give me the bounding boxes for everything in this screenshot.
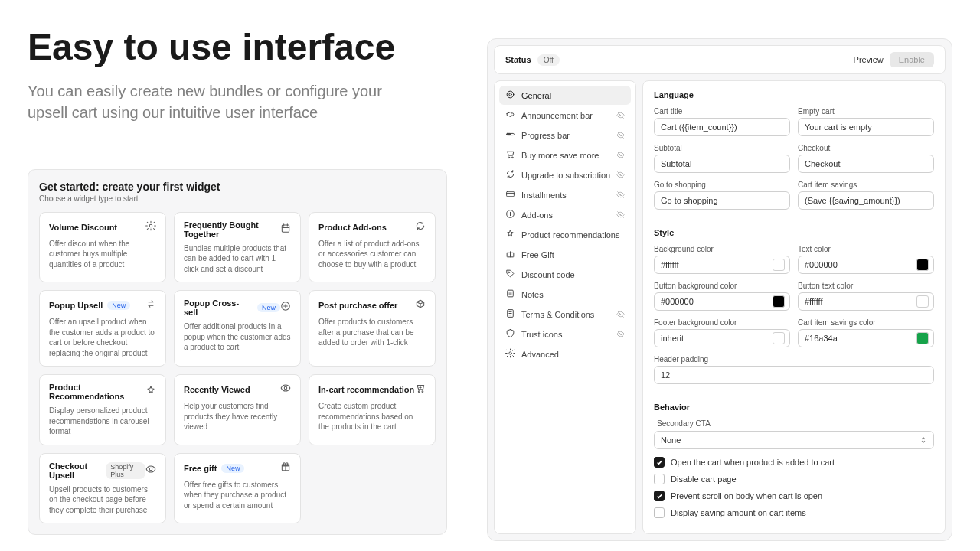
svg-point-3 bbox=[284, 387, 287, 390]
svg-rect-11 bbox=[507, 133, 511, 135]
svg-point-20 bbox=[509, 352, 511, 354]
widget-card-9[interactable]: Checkout Upsell Shopify Plus Upsell prod… bbox=[39, 453, 166, 524]
chevron-updown-icon bbox=[920, 436, 927, 444]
gift-icon bbox=[505, 249, 515, 260]
widget-title: Checkout Upsell bbox=[49, 461, 101, 480]
widget-card-6[interactable]: Product Recommendations Display personal… bbox=[39, 374, 166, 445]
bg-color-input[interactable] bbox=[654, 256, 790, 274]
widget-title: Volume Discount bbox=[49, 223, 117, 232]
savings-input[interactable] bbox=[798, 191, 934, 210]
checkbox-disablePage[interactable]: Disable cart page bbox=[654, 474, 934, 484]
footer-bg-input[interactable] bbox=[654, 329, 790, 347]
sidebar-item-notes[interactable]: Notes bbox=[499, 285, 631, 304]
get-started-card: Get started: create your first widget Ch… bbox=[28, 169, 447, 536]
widget-card-10[interactable]: Free gift New Offer free gifts to custom… bbox=[174, 453, 301, 524]
widget-card-0[interactable]: Volume Discount Offer discount when the … bbox=[39, 212, 166, 283]
checkbox-openOnAdd[interactable]: Open the cart when product is added to c… bbox=[654, 457, 934, 468]
text-color-input[interactable] bbox=[798, 256, 934, 274]
progress-icon bbox=[505, 129, 515, 141]
megaphone-icon bbox=[505, 109, 515, 121]
status-label: Status bbox=[505, 55, 531, 64]
secondary-cta-select[interactable]: None bbox=[654, 431, 934, 449]
widget-card-5[interactable]: Post purchase offer Offer products to cu… bbox=[309, 290, 436, 367]
gear-icon bbox=[145, 220, 156, 234]
savings-color-input[interactable] bbox=[798, 329, 934, 347]
widget-badge: New bbox=[221, 464, 244, 473]
sidebar-label: Notes bbox=[521, 290, 544, 299]
widget-title: Product Recommendations bbox=[49, 383, 145, 401]
widget-card-2[interactable]: Product Add-ons Offer a list of product … bbox=[309, 212, 436, 283]
preview-button[interactable]: Preview bbox=[854, 55, 884, 64]
widget-desc: Offer products to customers after a purc… bbox=[318, 317, 426, 348]
checkout-input[interactable] bbox=[798, 155, 934, 173]
text-color-label: Text color bbox=[798, 245, 934, 253]
subtotal-input[interactable] bbox=[654, 155, 790, 173]
sidebar-item-advanced[interactable]: Advanced bbox=[499, 344, 631, 364]
plus-circle-icon bbox=[280, 301, 291, 315]
refresh-icon bbox=[415, 220, 426, 234]
widget-card-8[interactable]: In-cart recommendation Create custom pro… bbox=[309, 374, 436, 445]
config-frame: Status Off Preview Enable General Announ… bbox=[487, 38, 952, 541]
widget-card-1[interactable]: Frequently Bought Together Bundles multi… bbox=[174, 212, 301, 283]
sidebar-item-discount-code[interactable]: Discount code bbox=[499, 265, 631, 284]
empty-cart-input[interactable] bbox=[798, 118, 934, 136]
enable-button[interactable]: Enable bbox=[890, 52, 934, 67]
language-heading: Language bbox=[654, 90, 934, 99]
sidebar-item-terms-conditions[interactable]: Terms & Conditions bbox=[499, 305, 631, 324]
box-icon bbox=[415, 298, 426, 312]
sidebar-item-add-ons[interactable]: Add-ons bbox=[499, 205, 631, 224]
hidden-icon bbox=[616, 131, 625, 139]
widget-card-7[interactable]: Recently Viewed Help your customers find… bbox=[174, 374, 301, 445]
sidebar-item-upgrade-to-subscription[interactable]: Upgrade to subscription bbox=[499, 165, 631, 184]
sidebar-label: Add-ons bbox=[521, 210, 553, 220]
widget-badge: Shopify Plus bbox=[106, 462, 145, 479]
hidden-icon bbox=[616, 171, 625, 179]
header-padding-input[interactable] bbox=[654, 366, 934, 384]
btn-bg-input[interactable] bbox=[654, 292, 790, 311]
widget-title: Free gift bbox=[184, 464, 217, 473]
sidebar-label: Product recommendations bbox=[521, 230, 619, 240]
widget-desc: Upsell products to customers on the chec… bbox=[49, 484, 156, 516]
sidebar-item-trust-icons[interactable]: Trust icons bbox=[499, 324, 631, 344]
widget-card-4[interactable]: Popup Cross-sell New Offer additional pr… bbox=[174, 290, 301, 367]
checkbox-displaySaving[interactable]: Display saving amount on cart items bbox=[654, 507, 934, 518]
subtotal-label: Subtotal bbox=[654, 144, 790, 152]
widget-title: Frequently Bought Together bbox=[184, 220, 280, 239]
checkbox-preventScroll[interactable]: Prevent scroll on body when cart is open bbox=[654, 491, 934, 501]
widget-card-3[interactable]: Popup Upsell New Offer an upsell product… bbox=[39, 290, 166, 367]
widget-desc: Help your customers find products they h… bbox=[184, 401, 291, 432]
go-shopping-input[interactable] bbox=[654, 191, 790, 210]
plus-icon bbox=[505, 209, 515, 220]
header-padding-label: Header padding bbox=[654, 355, 934, 364]
btn-text-input[interactable] bbox=[798, 292, 934, 311]
go-shopping-label: Go to shopping bbox=[654, 181, 790, 189]
svg-rect-18 bbox=[508, 290, 514, 297]
sidebar-label: General bbox=[521, 91, 551, 100]
get-started-subtitle: Choose a widget type to start bbox=[39, 194, 436, 203]
sidebar-item-buy-more-save-more[interactable]: Buy more save more bbox=[499, 145, 631, 165]
sidebar-label: Announcement bar bbox=[521, 111, 593, 120]
sidebar-label: Discount code bbox=[521, 270, 575, 279]
widget-desc: Bundles multiple products that can be ad… bbox=[184, 243, 291, 275]
sidebar-label: Installments bbox=[521, 191, 567, 200]
svg-point-17 bbox=[508, 272, 510, 273]
sidebar-item-free-gift[interactable]: Free Gift bbox=[499, 245, 631, 264]
checkbox-label: Disable cart page bbox=[671, 474, 737, 484]
hero-title: Easy to use interface bbox=[28, 28, 447, 68]
sidebar-item-general[interactable]: General bbox=[499, 86, 631, 105]
eye-icon bbox=[280, 383, 291, 396]
shield-icon bbox=[505, 328, 515, 340]
sidebar-item-installments[interactable]: Installments bbox=[499, 185, 631, 204]
gift-icon bbox=[280, 461, 291, 475]
card-icon bbox=[505, 189, 515, 201]
svg-point-6 bbox=[149, 468, 152, 471]
get-started-title: Get started: create your first widget bbox=[39, 181, 436, 193]
sidebar-item-progress-bar[interactable]: Progress bar bbox=[499, 126, 631, 145]
svg-point-13 bbox=[511, 157, 513, 158]
gear-icon bbox=[505, 348, 515, 360]
sidebar-label: Trust icons bbox=[521, 330, 562, 339]
style-heading: Style bbox=[654, 228, 934, 237]
cart-title-input[interactable] bbox=[654, 118, 790, 136]
sidebar-item-announcement-bar[interactable]: Announcement bar bbox=[499, 106, 631, 125]
sidebar-item-product-recommendations[interactable]: Product recommendations bbox=[499, 225, 631, 244]
